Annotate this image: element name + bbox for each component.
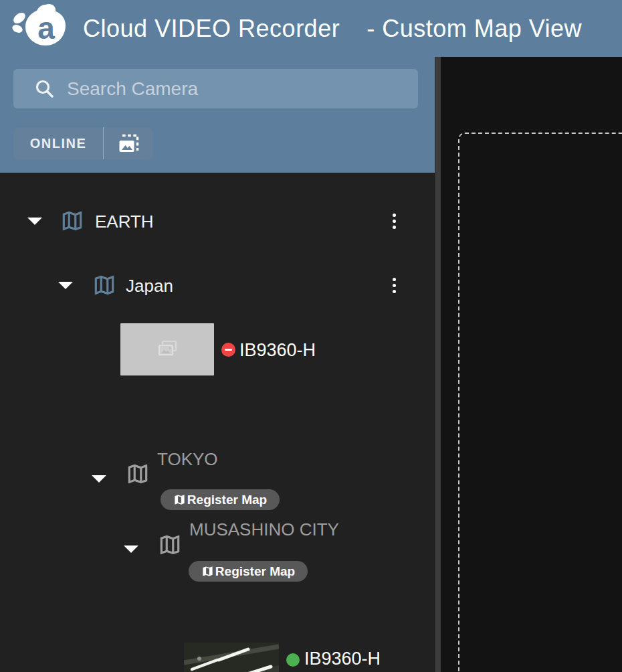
- svg-text:a: a: [37, 11, 55, 46]
- more-menu-icon[interactable]: [388, 272, 400, 298]
- online-status-icon: [286, 653, 300, 667]
- tree-row-tokyo[interactable]: TOKYO Register Map: [0, 449, 435, 511]
- collapse-caret-japan[interactable]: [58, 282, 73, 289]
- tree-row-japan[interactable]: Japan: [0, 270, 435, 300]
- tree-label-earth: EARTH: [95, 212, 154, 232]
- map-icon: [92, 272, 117, 298]
- map-icon: [125, 461, 150, 487]
- thumbnail-view-button[interactable]: [104, 127, 153, 159]
- tree-row-earth[interactable]: EARTH: [0, 206, 435, 236]
- collapse-caret-musashino[interactable]: [124, 545, 138, 553]
- camera-row-online[interactable]: IB9360-H Tokyo: [0, 638, 435, 672]
- camera-name: IB9360-H: [239, 340, 316, 361]
- register-map-label: Register Map: [215, 564, 295, 579]
- map-icon: [157, 532, 183, 558]
- camera-live-image: [184, 643, 279, 672]
- tree-label-tokyo: TOKYO: [157, 449, 218, 470]
- map-tree: EARTH Japan: [0, 173, 435, 672]
- search-icon: [33, 78, 56, 100]
- tree-label-japan: Japan: [126, 276, 173, 297]
- tree-label-musashino: MUSASHINO CITY: [189, 519, 339, 540]
- camera-name: IB9360-H: [304, 649, 379, 669]
- camera-thumbnail-placeholder[interactable]: [120, 323, 214, 375]
- more-menu-icon[interactable]: [388, 208, 400, 234]
- register-map-label: Register Map: [187, 493, 267, 507]
- app-title: Cloud VIDEO Recorder: [83, 15, 340, 43]
- custom-map-canvas[interactable]: [441, 57, 622, 672]
- map-drop-zone-outline: [458, 133, 622, 672]
- map-icon: [201, 565, 214, 578]
- sidebar-search-section: ONLINE: [0, 57, 435, 173]
- sidebar-scrollbar[interactable]: [435, 57, 441, 672]
- tree-row-musashino[interactable]: MUSASHINO CITY Register Map: [0, 517, 435, 581]
- image-select-icon: [116, 132, 141, 155]
- collapse-caret-tokyo[interactable]: [92, 475, 106, 483]
- search-box: [13, 69, 418, 108]
- collapse-caret-earth[interactable]: [27, 218, 42, 225]
- camera-row-offline[interactable]: IB9360-H: [0, 318, 435, 375]
- app-header: a Cloud VIDEO Recorder - Custom Map View: [0, 0, 622, 57]
- photo-stack-icon: [156, 339, 179, 359]
- search-input[interactable]: [56, 69, 418, 108]
- page-title: - Custom Map View: [367, 15, 582, 43]
- offline-status-icon: [221, 343, 235, 357]
- brand-logo-icon: a: [11, 3, 71, 53]
- camera-thumbnail-live[interactable]: [184, 643, 279, 672]
- map-icon: [173, 493, 186, 506]
- online-filter-button[interactable]: ONLINE: [13, 127, 104, 159]
- filter-toggle-group: ONLINE: [13, 127, 153, 159]
- register-map-button[interactable]: Register Map: [189, 561, 308, 582]
- map-icon: [60, 208, 85, 234]
- app-window: a Cloud VIDEO Recorder - Custom Map View…: [0, 0, 622, 672]
- register-map-button[interactable]: Register Map: [161, 489, 280, 510]
- camera-sidebar: ONLINE EARTH: [0, 57, 435, 672]
